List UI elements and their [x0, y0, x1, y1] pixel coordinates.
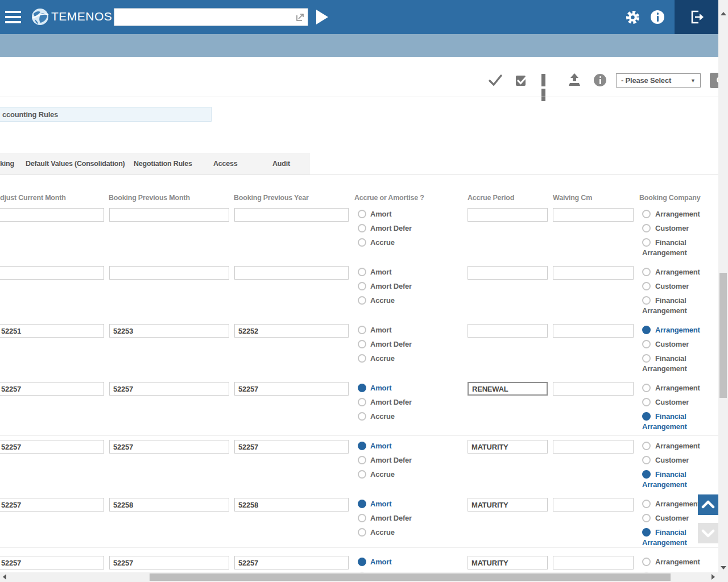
customer-radio[interactable]: [642, 514, 651, 522]
version-select[interactable]: - Please Select ▼: [616, 73, 701, 88]
arrangement-radio[interactable]: [642, 268, 651, 276]
booking-previous-year-input[interactable]: [234, 208, 349, 222]
chevron-down-icon: ▼: [690, 78, 696, 84]
accrue-radio[interactable]: [358, 296, 366, 305]
upload-icon[interactable]: [568, 73, 581, 90]
arrangement-radio[interactable]: [642, 210, 651, 218]
accrue-period-input[interactable]: [468, 498, 548, 512]
booking-previous-month-input[interactable]: [109, 498, 229, 512]
launch-icon[interactable]: [295, 13, 305, 24]
arrangement-radio[interactable]: [642, 500, 651, 508]
waiving-cm-input[interactable]: [553, 556, 634, 569]
column-header-booking-previous-month: Booking Previous Month: [109, 194, 190, 202]
accrue-period-input[interactable]: [468, 324, 548, 338]
booking-previous-year-input[interactable]: [234, 266, 349, 280]
adjust-current-month-input[interactable]: [0, 556, 104, 569]
field-row: AmortAmort DeferAccrue ArrangementCustom…: [0, 556, 719, 572]
amort-defer-radio[interactable]: [358, 340, 366, 348]
scrollbar-arrow-down-icon[interactable]: [721, 566, 726, 569]
adjust-current-month-input[interactable]: [0, 382, 104, 396]
booking-previous-month-input[interactable]: [109, 382, 229, 396]
field-row: AmortAmort DeferAccrue ArrangementCustom…: [0, 266, 719, 324]
arrangement-radio[interactable]: [642, 326, 651, 334]
booking-previous-month-input[interactable]: [109, 556, 229, 569]
search-input[interactable]: [117, 10, 295, 24]
amort-radio[interactable]: [358, 500, 366, 508]
adjust-current-month-input[interactable]: [0, 498, 104, 512]
run-command-icon[interactable]: [316, 10, 328, 24]
amort-radio[interactable]: [358, 210, 366, 218]
arrangement-radio[interactable]: [642, 442, 651, 450]
tab-negotiation-rules[interactable]: Negotiation Rules: [134, 160, 192, 168]
accrue-radio[interactable]: [358, 412, 366, 421]
adjust-current-month-input[interactable]: [0, 208, 104, 222]
waiving-cm-input[interactable]: [553, 266, 634, 280]
amort-defer-radio[interactable]: [358, 398, 366, 406]
tab-default-values-consolidation[interactable]: Default Values (Consolidation): [26, 160, 125, 168]
accrue-radio[interactable]: [358, 354, 366, 363]
approve-check-icon[interactable]: [488, 73, 503, 90]
waiving-cm-input[interactable]: [553, 208, 634, 222]
waiving-cm-input[interactable]: [553, 324, 634, 338]
amort-radio[interactable]: [358, 558, 366, 566]
hamburger-menu-icon[interactable]: [5, 11, 21, 23]
amort-radio[interactable]: [358, 268, 366, 276]
scrollbar-arrow-left-icon[interactable]: [3, 574, 6, 580]
gear-icon[interactable]: [625, 10, 640, 27]
version-select-value: - Please Select: [621, 76, 671, 85]
amort-radio[interactable]: [358, 442, 366, 450]
scrollbar-arrow-up-icon[interactable]: [721, 12, 726, 15]
scroll-down-button[interactable]: [698, 523, 718, 543]
accrue-period-input[interactable]: [468, 208, 548, 222]
info-icon[interactable]: [651, 10, 664, 24]
hold-icon[interactable]: [541, 74, 553, 86]
arrangement-radio[interactable]: [642, 384, 651, 392]
info-icon[interactable]: [594, 74, 606, 86]
tab-booking[interactable]: king: [0, 160, 14, 168]
adjust-current-month-input[interactable]: [0, 324, 104, 338]
accrue-period-input[interactable]: [468, 382, 548, 396]
accrue-period-input[interactable]: [468, 556, 548, 569]
amort-radio[interactable]: [358, 326, 366, 334]
booking-previous-year-input[interactable]: [234, 498, 349, 512]
waiving-cm-input[interactable]: [553, 440, 634, 454]
amort-defer-radio[interactable]: [358, 224, 366, 232]
customer-radio[interactable]: [642, 282, 651, 290]
accrue-period-input[interactable]: [468, 440, 548, 454]
scroll-up-button[interactable]: [698, 494, 718, 515]
amort-radio[interactable]: [358, 384, 366, 392]
signout-button[interactable]: [675, 0, 719, 34]
booking-previous-year-input[interactable]: [234, 324, 349, 338]
booking-previous-year-input[interactable]: [234, 382, 349, 396]
booking-previous-year-input[interactable]: [234, 556, 349, 569]
amort-defer-radio[interactable]: [358, 514, 366, 522]
customer-radio[interactable]: [642, 398, 651, 406]
toolbar-divider: [0, 97, 719, 97]
tab-access[interactable]: Access: [213, 160, 238, 168]
amort-defer-radio[interactable]: [358, 282, 366, 290]
adjust-current-month-input[interactable]: [0, 440, 104, 454]
booking-previous-year-input[interactable]: [234, 440, 349, 454]
amort-defer-radio[interactable]: [358, 456, 366, 464]
customer-radio[interactable]: [642, 224, 651, 232]
horizontal-scrollbar-thumb[interactable]: [150, 573, 671, 581]
customer-radio[interactable]: [642, 456, 651, 464]
booking-previous-month-input[interactable]: [109, 208, 229, 222]
booking-previous-month-input[interactable]: [109, 440, 229, 454]
validate-icon[interactable]: [515, 73, 530, 90]
accrue-radio[interactable]: [358, 470, 366, 479]
booking-previous-month-input[interactable]: [109, 324, 229, 338]
accrue-radio[interactable]: [358, 528, 366, 537]
vertical-scrollbar-thumb[interactable]: [719, 273, 727, 398]
tab-audit[interactable]: Audit: [272, 160, 290, 168]
adjust-current-month-input[interactable]: [0, 266, 104, 280]
top-navigation-bar: TEMENOS: [0, 0, 719, 34]
waiving-cm-input[interactable]: [553, 498, 634, 512]
customer-radio[interactable]: [642, 340, 651, 348]
accrue-radio[interactable]: [358, 238, 366, 247]
accrue-period-input[interactable]: [468, 266, 548, 280]
booking-previous-month-input[interactable]: [109, 266, 229, 280]
arrangement-radio[interactable]: [642, 558, 651, 566]
scrollbar-arrow-right-icon[interactable]: [712, 574, 715, 580]
waiving-cm-input[interactable]: [553, 382, 634, 396]
